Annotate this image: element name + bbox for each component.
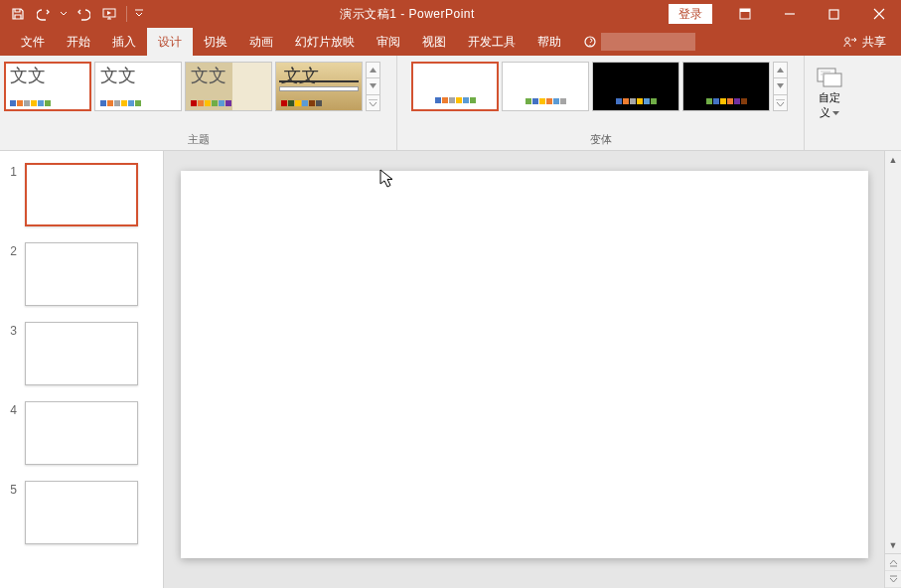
slide-number: 5 [5,481,17,544]
slide-number: 3 [5,322,17,385]
svg-rect-3 [829,10,838,19]
undo-button[interactable] [32,3,56,25]
tab-developer[interactable]: 开发工具 [457,28,526,56]
slide-thumbnail-panel[interactable]: 12345 [0,151,164,588]
menubar-right: 共享 [843,34,886,51]
variants-gallery-scroll [773,62,788,111]
svg-point-5 [845,38,849,42]
variant-thumb-0[interactable] [411,62,499,111]
slide-row: 5 [5,481,158,544]
customize-label-2: 义 [820,106,830,119]
tab-review[interactable]: 审阅 [366,28,411,56]
ribbon: 文文文文文文文文 主题 变体 自定 义 [0,56,901,151]
slide-thumbnail-3[interactable] [25,322,138,385]
slide-thumbnail-5[interactable] [25,481,138,544]
tab-slideshow[interactable]: 幻灯片放映 [284,28,366,56]
theme-thumb-wood[interactable]: 文文 [275,62,363,111]
slide-row: 3 [5,322,158,385]
slide-thumbnail-2[interactable] [25,242,138,306]
theme-thumb-gallery[interactable]: 文文 [185,62,272,111]
ribbon-group-variants: 变体 [397,56,805,150]
next-slide-button[interactable] [885,571,901,588]
themes-scroll-down[interactable] [367,78,379,94]
ribbon-display-button[interactable] [722,0,767,28]
variants-label: 变体 [401,130,800,150]
menubar: 文件 开始 插入 设计 切换 动画 幻灯片放映 审阅 视图 开发工具 帮助 共享 [0,28,901,56]
redo-button[interactable] [72,3,95,25]
scroll-down-button[interactable]: ▼ [885,536,901,553]
close-button[interactable] [856,0,901,28]
minimize-button[interactable] [767,0,812,28]
variants-gallery [401,60,800,130]
customize-label-1: 自定 [819,91,840,104]
vertical-scrollbar[interactable]: ▲ ▼ [884,151,901,588]
slide-number: 4 [5,401,17,465]
slide-size-icon [816,66,843,89]
quick-access-toolbar [0,3,146,25]
titlebar: 演示文稿1 - PowerPoint 登录 [0,0,901,28]
scroll-up-button[interactable]: ▲ [885,151,901,168]
prev-slide-button[interactable] [885,554,901,571]
chevron-down-icon [832,111,839,115]
login-button[interactable]: 登录 [669,4,712,24]
themes-gallery-scroll [366,62,380,111]
tab-view[interactable]: 视图 [411,28,457,56]
tellme-icon [582,34,598,50]
tab-file[interactable]: 文件 [10,28,56,56]
share-button[interactable]: 共享 [862,34,886,51]
share-icon [843,35,857,49]
slide-nav-buttons [885,553,901,588]
qat-separator [126,6,127,22]
slide-editor[interactable] [164,151,884,588]
maximize-button[interactable] [812,0,856,28]
slide-row: 1 [5,163,158,226]
variant-thumb-2[interactable] [592,62,679,111]
slide-row: 2 [5,242,158,306]
slide-number: 1 [5,163,17,226]
theme-thumb-office2[interactable]: 文文 [94,62,182,111]
slide-row: 4 [5,401,158,465]
variants-scroll-up[interactable] [774,63,787,78]
tab-design[interactable]: 设计 [147,28,193,56]
slide-number: 2 [5,242,17,306]
svg-rect-2 [740,9,750,12]
themes-label: 主题 [4,130,392,150]
qat-customize-button[interactable] [132,3,146,25]
window-title: 演示文稿1 - PowerPoint [146,6,669,23]
tellme-input[interactable] [601,33,695,51]
variants-more-button[interactable] [774,95,787,110]
theme-thumb-office[interactable]: 文文 [4,62,91,111]
customize-button[interactable]: 自定 义 [809,62,850,123]
main-area: 12345 ▲ ▼ [0,151,901,588]
variants-scroll-down[interactable] [774,78,787,94]
tab-help[interactable]: 帮助 [526,28,572,56]
titlebar-right: 登录 [669,0,901,28]
start-slideshow-button[interactable] [97,3,121,25]
slide-thumbnail-4[interactable] [25,401,138,465]
variant-thumb-3[interactable] [682,62,770,111]
tab-home[interactable]: 开始 [56,28,101,56]
undo-more-button[interactable] [58,3,70,25]
save-button[interactable] [6,3,30,25]
ribbon-group-themes: 文文文文文文文文 主题 [0,56,397,150]
scroll-track[interactable] [885,168,901,536]
tab-transitions[interactable]: 切换 [193,28,238,56]
svg-rect-7 [824,74,841,86]
slide-thumbnail-1[interactable] [25,163,138,226]
slide-canvas[interactable] [181,171,868,558]
tab-insert[interactable]: 插入 [101,28,147,56]
tab-animations[interactable]: 动画 [238,28,284,56]
themes-scroll-up[interactable] [367,63,379,78]
themes-more-button[interactable] [367,95,379,110]
ribbon-group-customize: 自定 义 [805,56,859,150]
themes-gallery: 文文文文文文文文 [4,60,392,130]
variant-thumb-1[interactable] [502,62,589,111]
